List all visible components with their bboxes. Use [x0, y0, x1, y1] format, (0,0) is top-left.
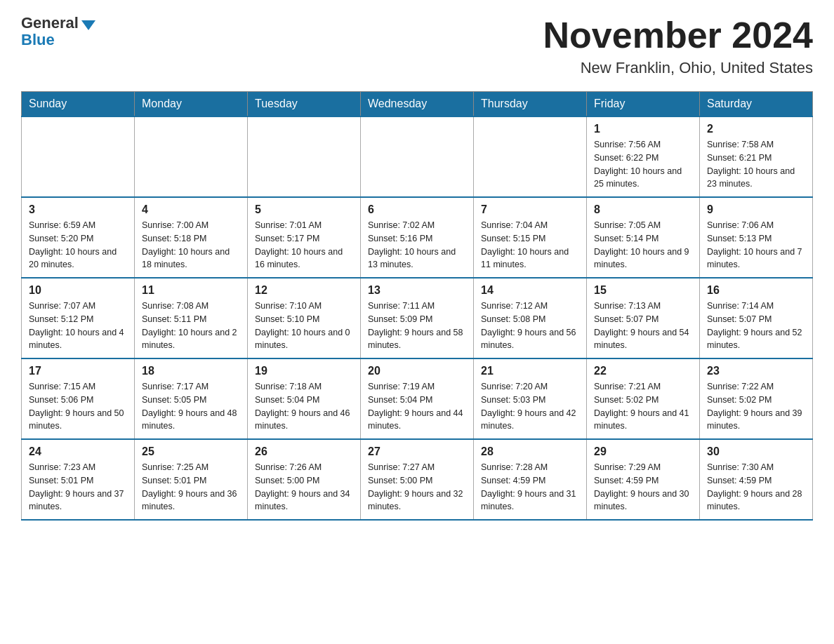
weekday-header-thursday: Thursday [474, 92, 587, 117]
day-number: 15 [594, 284, 692, 297]
calendar-cell: 3Sunrise: 6:59 AMSunset: 5:20 PMDaylight… [22, 197, 135, 278]
logo-general-text: General [21, 14, 79, 32]
calendar-cell: 13Sunrise: 7:11 AMSunset: 5:09 PMDayligh… [361, 278, 474, 358]
calendar-cell: 9Sunrise: 7:06 AMSunset: 5:13 PMDaylight… [700, 197, 813, 278]
week-row-4: 17Sunrise: 7:15 AMSunset: 5:06 PMDayligh… [22, 358, 813, 439]
weekday-header-friday: Friday [587, 92, 700, 117]
title-section: November 2024 New Franklin, Ohio, United… [543, 14, 813, 77]
calendar-cell: 29Sunrise: 7:29 AMSunset: 4:59 PMDayligh… [587, 439, 700, 520]
day-number: 21 [481, 365, 579, 377]
calendar-cell: 21Sunrise: 7:20 AMSunset: 5:03 PMDayligh… [474, 358, 587, 439]
day-number: 28 [481, 445, 579, 458]
day-number: 13 [368, 284, 466, 297]
day-info: Sunrise: 7:28 AMSunset: 4:59 PMDaylight:… [481, 461, 579, 514]
day-info: Sunrise: 7:15 AMSunset: 5:06 PMDaylight:… [29, 380, 127, 433]
day-number: 3 [29, 203, 127, 216]
calendar-cell: 7Sunrise: 7:04 AMSunset: 5:15 PMDaylight… [474, 197, 587, 278]
day-info: Sunrise: 7:08 AMSunset: 5:11 PMDaylight:… [142, 300, 240, 352]
day-info: Sunrise: 7:23 AMSunset: 5:01 PMDaylight:… [29, 461, 127, 514]
calendar-cell: 25Sunrise: 7:25 AMSunset: 5:01 PMDayligh… [135, 439, 248, 520]
day-number: 17 [29, 365, 127, 377]
day-number: 18 [142, 365, 240, 377]
calendar-cell: 11Sunrise: 7:08 AMSunset: 5:11 PMDayligh… [135, 278, 248, 358]
week-row-1: 1Sunrise: 7:56 AMSunset: 6:22 PMDaylight… [22, 116, 813, 197]
calendar-cell: 14Sunrise: 7:12 AMSunset: 5:08 PMDayligh… [474, 278, 587, 358]
week-row-2: 3Sunrise: 6:59 AMSunset: 5:20 PMDaylight… [22, 197, 813, 278]
calendar-cell: 6Sunrise: 7:02 AMSunset: 5:16 PMDaylight… [361, 197, 474, 278]
calendar-cell [361, 116, 474, 197]
day-info: Sunrise: 7:11 AMSunset: 5:09 PMDaylight:… [368, 300, 466, 352]
day-number: 1 [594, 123, 692, 135]
calendar-cell: 2Sunrise: 7:58 AMSunset: 6:21 PMDaylight… [700, 116, 813, 197]
day-number: 30 [707, 445, 805, 458]
day-info: Sunrise: 7:12 AMSunset: 5:08 PMDaylight:… [481, 300, 579, 352]
calendar-cell: 10Sunrise: 7:07 AMSunset: 5:12 PMDayligh… [22, 278, 135, 358]
day-number: 29 [594, 445, 692, 458]
calendar-cell: 22Sunrise: 7:21 AMSunset: 5:02 PMDayligh… [587, 358, 700, 439]
calendar-cell: 24Sunrise: 7:23 AMSunset: 5:01 PMDayligh… [22, 439, 135, 520]
day-info: Sunrise: 7:29 AMSunset: 4:59 PMDaylight:… [594, 461, 692, 514]
day-number: 12 [255, 284, 353, 297]
day-info: Sunrise: 7:19 AMSunset: 5:04 PMDaylight:… [368, 380, 466, 433]
calendar-cell: 5Sunrise: 7:01 AMSunset: 5:17 PMDaylight… [248, 197, 361, 278]
logo: General Blue [21, 14, 95, 49]
day-number: 5 [255, 203, 353, 216]
weekday-header-row: SundayMondayTuesdayWednesdayThursdayFrid… [22, 92, 813, 117]
day-number: 26 [255, 445, 353, 458]
weekday-header-wednesday: Wednesday [361, 92, 474, 117]
week-row-3: 10Sunrise: 7:07 AMSunset: 5:12 PMDayligh… [22, 278, 813, 358]
day-number: 19 [255, 365, 353, 377]
calendar-title: November 2024 [543, 14, 813, 56]
day-info: Sunrise: 7:30 AMSunset: 4:59 PMDaylight:… [707, 461, 805, 514]
day-info: Sunrise: 7:06 AMSunset: 5:13 PMDaylight:… [707, 219, 805, 271]
day-info: Sunrise: 7:18 AMSunset: 5:04 PMDaylight:… [255, 380, 353, 433]
day-number: 24 [29, 445, 127, 458]
day-number: 16 [707, 284, 805, 297]
day-info: Sunrise: 7:58 AMSunset: 6:21 PMDaylight:… [707, 138, 805, 191]
week-row-5: 24Sunrise: 7:23 AMSunset: 5:01 PMDayligh… [22, 439, 813, 520]
calendar-cell: 1Sunrise: 7:56 AMSunset: 6:22 PMDaylight… [587, 116, 700, 197]
day-number: 23 [707, 365, 805, 377]
day-number: 9 [707, 203, 805, 216]
logo-arrow-icon [81, 20, 95, 30]
calendar-cell: 23Sunrise: 7:22 AMSunset: 5:02 PMDayligh… [700, 358, 813, 439]
day-info: Sunrise: 7:22 AMSunset: 5:02 PMDaylight:… [707, 380, 805, 433]
day-info: Sunrise: 7:20 AMSunset: 5:03 PMDaylight:… [481, 380, 579, 433]
calendar-cell: 19Sunrise: 7:18 AMSunset: 5:04 PMDayligh… [248, 358, 361, 439]
day-info: Sunrise: 7:13 AMSunset: 5:07 PMDaylight:… [594, 300, 692, 352]
calendar-cell: 27Sunrise: 7:27 AMSunset: 5:00 PMDayligh… [361, 439, 474, 520]
day-info: Sunrise: 7:21 AMSunset: 5:02 PMDaylight:… [594, 380, 692, 433]
day-info: Sunrise: 7:04 AMSunset: 5:15 PMDaylight:… [481, 219, 579, 271]
calendar-cell: 17Sunrise: 7:15 AMSunset: 5:06 PMDayligh… [22, 358, 135, 439]
day-info: Sunrise: 7:14 AMSunset: 5:07 PMDaylight:… [707, 300, 805, 352]
calendar-cell [135, 116, 248, 197]
weekday-header-saturday: Saturday [700, 92, 813, 117]
calendar-cell: 15Sunrise: 7:13 AMSunset: 5:07 PMDayligh… [587, 278, 700, 358]
day-info: Sunrise: 7:05 AMSunset: 5:14 PMDaylight:… [594, 219, 692, 271]
day-info: Sunrise: 7:27 AMSunset: 5:00 PMDaylight:… [368, 461, 466, 514]
calendar-cell: 30Sunrise: 7:30 AMSunset: 4:59 PMDayligh… [700, 439, 813, 520]
calendar-cell [248, 116, 361, 197]
calendar-cell: 20Sunrise: 7:19 AMSunset: 5:04 PMDayligh… [361, 358, 474, 439]
day-info: Sunrise: 7:00 AMSunset: 5:18 PMDaylight:… [142, 219, 240, 271]
weekday-header-tuesday: Tuesday [248, 92, 361, 117]
page-header: General Blue November 2024 New Franklin,… [21, 14, 813, 77]
day-number: 11 [142, 284, 240, 297]
day-number: 22 [594, 365, 692, 377]
logo-blue-text: Blue [21, 31, 55, 49]
day-info: Sunrise: 7:07 AMSunset: 5:12 PMDaylight:… [29, 300, 127, 352]
calendar-cell: 8Sunrise: 7:05 AMSunset: 5:14 PMDaylight… [587, 197, 700, 278]
day-number: 25 [142, 445, 240, 458]
day-info: Sunrise: 7:56 AMSunset: 6:22 PMDaylight:… [594, 138, 692, 191]
day-number: 10 [29, 284, 127, 297]
calendar-cell: 4Sunrise: 7:00 AMSunset: 5:18 PMDaylight… [135, 197, 248, 278]
calendar-cell: 12Sunrise: 7:10 AMSunset: 5:10 PMDayligh… [248, 278, 361, 358]
day-info: Sunrise: 7:01 AMSunset: 5:17 PMDaylight:… [255, 219, 353, 271]
day-info: Sunrise: 7:26 AMSunset: 5:00 PMDaylight:… [255, 461, 353, 514]
day-number: 20 [368, 365, 466, 377]
day-info: Sunrise: 7:17 AMSunset: 5:05 PMDaylight:… [142, 380, 240, 433]
calendar-table: SundayMondayTuesdayWednesdayThursdayFrid… [21, 91, 813, 521]
day-info: Sunrise: 7:25 AMSunset: 5:01 PMDaylight:… [142, 461, 240, 514]
location-subtitle: New Franklin, Ohio, United States [543, 59, 813, 77]
day-number: 14 [481, 284, 579, 297]
